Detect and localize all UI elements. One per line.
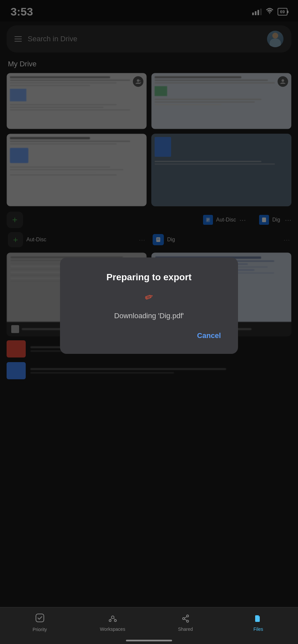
cancel-button[interactable]: Cancel (191, 328, 227, 343)
nav-item-files[interactable]: Files (245, 614, 272, 632)
nav-label-shared: Shared (178, 627, 193, 632)
nav-item-workspaces[interactable]: Workspaces (100, 614, 126, 632)
export-dialog: Preparing to export ✏ Downloading 'Dig.p… (60, 257, 238, 354)
nav-label-priority: Priority (33, 627, 47, 632)
pen-icon: ✏ (143, 290, 155, 304)
workspaces-icon (108, 614, 117, 625)
home-indicator (126, 640, 172, 641)
bottom-nav: Priority Workspaces Shared (0, 607, 298, 644)
dialog-title: Preparing to export (106, 272, 192, 283)
svg-line-15 (184, 617, 187, 618)
nav-item-shared[interactable]: Shared (172, 614, 199, 632)
svg-rect-9 (36, 614, 44, 622)
dialog-message: Downloading 'Dig.pdf' (114, 312, 184, 320)
svg-line-16 (184, 619, 187, 620)
svg-point-11 (109, 620, 111, 622)
loading-spinner: ✏ (142, 290, 156, 304)
priority-icon (35, 613, 45, 625)
svg-point-12 (114, 620, 116, 622)
nav-item-priority[interactable]: Priority (27, 613, 53, 632)
nav-label-workspaces: Workspaces (100, 627, 125, 632)
files-icon (254, 614, 263, 625)
shared-icon (181, 614, 190, 625)
dialog-overlay: Preparing to export ✏ Downloading 'Dig.p… (0, 0, 298, 644)
svg-point-10 (111, 616, 114, 619)
nav-label-files: Files (253, 627, 263, 632)
